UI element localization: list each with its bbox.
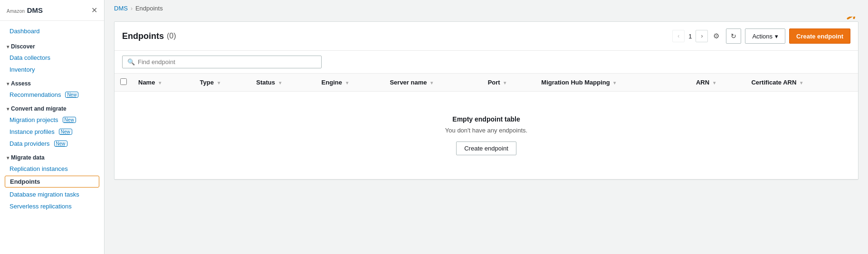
table-wrap: Name ▾ Type ▾ Status ▾ xyxy=(114,74,858,179)
assess-label: Assess xyxy=(11,80,31,87)
sidebar-header: Amazon DMS ✕ xyxy=(0,0,104,21)
panel-actions: ➜ ‹ 1 › ⚙ ↻ Actions ▾ Create endpoint xyxy=(672,28,850,44)
sidebar-item-dashboard[interactable]: Dashboard xyxy=(0,24,104,38)
select-all-checkbox[interactable] xyxy=(120,78,127,85)
data-providers-badge: New xyxy=(54,141,67,147)
search-bar: 🔍 xyxy=(114,51,858,74)
create-endpoint-button[interactable]: Create endpoint xyxy=(789,28,850,44)
sidebar-item-endpoints[interactable]: Endpoints xyxy=(5,176,99,188)
refresh-button[interactable]: ↻ xyxy=(726,28,741,44)
arrow-indicator: ➜ xyxy=(842,17,860,26)
sidebar-section-assess[interactable]: ▾ Assess xyxy=(0,75,104,89)
status-sort-icon: ▾ xyxy=(279,80,281,85)
checkbox-header xyxy=(114,74,133,92)
sidebar-item-serverless-replications[interactable]: Serverless replications xyxy=(0,200,104,212)
col-server-name[interactable]: Server name ▾ xyxy=(384,74,482,92)
search-input-wrap: 🔍 xyxy=(122,56,322,68)
panel-header: Endpoints (0) ➜ ‹ 1 › ⚙ ↻ Actions xyxy=(114,22,858,51)
close-sidebar-button[interactable]: ✕ xyxy=(91,6,97,15)
logo-name: DMS xyxy=(27,6,43,14)
sidebar-item-db-migration-tasks[interactable]: Database migration tasks xyxy=(0,188,104,200)
endpoints-panel: Endpoints (0) ➜ ‹ 1 › ⚙ ↻ Actions xyxy=(114,21,858,180)
server-name-sort-icon: ▾ xyxy=(430,80,433,85)
panel-title: Endpoints (0) xyxy=(122,31,176,41)
col-migration-hub[interactable]: Migration Hub Mapping ▾ xyxy=(535,74,690,92)
sidebar-item-data-collectors[interactable]: Data collectors xyxy=(0,52,104,64)
breadcrumb-current: Endpoints xyxy=(135,5,163,12)
pagination-controls: ‹ 1 › ⚙ xyxy=(672,30,722,42)
port-sort-icon: ▾ xyxy=(504,80,506,85)
breadcrumb: DMS › Endpoints xyxy=(105,0,868,17)
empty-state-description: You don't have any endpoints. xyxy=(130,127,843,134)
name-sort-icon: ▾ xyxy=(159,80,161,85)
table-settings-button[interactable]: ⚙ xyxy=(710,30,722,42)
search-input[interactable] xyxy=(138,58,316,66)
sidebar-section-convert-migrate[interactable]: ▾ Convert and migrate xyxy=(0,101,104,114)
sidebar-item-inventory[interactable]: Inventory xyxy=(0,64,104,75)
sidebar-item-replication-instances[interactable]: Replication instances xyxy=(0,163,104,175)
instance-profiles-badge: New xyxy=(59,129,72,135)
migration-projects-badge: New xyxy=(63,117,76,123)
engine-sort-icon: ▾ xyxy=(346,80,348,85)
col-status[interactable]: Status ▾ xyxy=(250,74,315,92)
logo-prefix: Amazon xyxy=(7,9,25,14)
content-area: Endpoints (0) ➜ ‹ 1 › ⚙ ↻ Actions xyxy=(105,17,868,254)
sidebar-item-migration-projects[interactable]: Migration projects New xyxy=(0,114,104,126)
sidebar-section-migrate-data[interactable]: ▾ Migrate data xyxy=(0,150,104,163)
col-name[interactable]: Name ▾ xyxy=(133,74,194,92)
convert-label: Convert and migrate xyxy=(11,105,67,112)
empty-create-endpoint-button[interactable]: Create endpoint xyxy=(456,141,516,155)
breadcrumb-separator: › xyxy=(131,5,133,12)
empty-state-title: Empty endpoint table xyxy=(130,115,843,123)
col-type[interactable]: Type ▾ xyxy=(194,74,251,92)
col-arn[interactable]: ARN ▾ xyxy=(690,74,746,92)
convert-caret: ▾ xyxy=(7,106,9,112)
app-logo: Amazon DMS xyxy=(7,6,43,14)
empty-state: Empty endpoint table You don't have any … xyxy=(120,96,852,174)
col-certificate-arn[interactable]: Certificate ARN ▾ xyxy=(745,74,858,92)
endpoints-table: Name ▾ Type ▾ Status ▾ xyxy=(114,74,858,179)
arn-sort-icon: ▾ xyxy=(713,80,715,85)
type-sort-icon: ▾ xyxy=(218,80,220,85)
sidebar-section-discover[interactable]: ▾ Discover xyxy=(0,38,104,52)
table-header-row: Name ▾ Type ▾ Status ▾ xyxy=(114,74,858,92)
discover-label: Discover xyxy=(11,43,35,50)
assess-caret: ▾ xyxy=(7,81,9,86)
migrate-label: Migrate data xyxy=(11,154,45,161)
discover-caret: ▾ xyxy=(7,44,9,49)
sidebar-nav: Dashboard ▾ Discover Data collectors Inv… xyxy=(0,21,104,215)
recommendations-badge: New xyxy=(65,92,78,98)
actions-button[interactable]: Actions ▾ xyxy=(745,28,785,44)
breadcrumb-dms[interactable]: DMS xyxy=(114,5,128,12)
sidebar-item-data-providers[interactable]: Data providers New xyxy=(0,138,104,150)
col-port[interactable]: Port ▾ xyxy=(482,74,536,92)
next-page-button[interactable]: › xyxy=(696,30,708,42)
prev-page-button[interactable]: ‹ xyxy=(672,30,685,42)
main-content: DMS › Endpoints Endpoints (0) ➜ ‹ 1 › xyxy=(105,0,868,254)
sidebar-item-instance-profiles[interactable]: Instance profiles New xyxy=(0,126,104,138)
migrate-caret: ▾ xyxy=(7,155,9,160)
col-engine[interactable]: Engine ▾ xyxy=(316,74,384,92)
empty-state-row: Empty endpoint table You don't have any … xyxy=(114,92,858,179)
sidebar-item-recommendations[interactable]: Recommendations New xyxy=(0,89,104,101)
migration-hub-sort-icon: ▾ xyxy=(613,80,616,85)
sidebar: Amazon DMS ✕ Dashboard ▾ Discover Data c… xyxy=(0,0,105,254)
cert-arn-sort-icon: ▾ xyxy=(800,80,802,85)
table-body: Empty endpoint table You don't have any … xyxy=(114,92,858,179)
panel-count: (0) xyxy=(167,32,176,40)
panel-title-text: Endpoints xyxy=(122,31,164,41)
search-icon: 🔍 xyxy=(127,58,135,66)
current-page: 1 xyxy=(687,33,694,40)
